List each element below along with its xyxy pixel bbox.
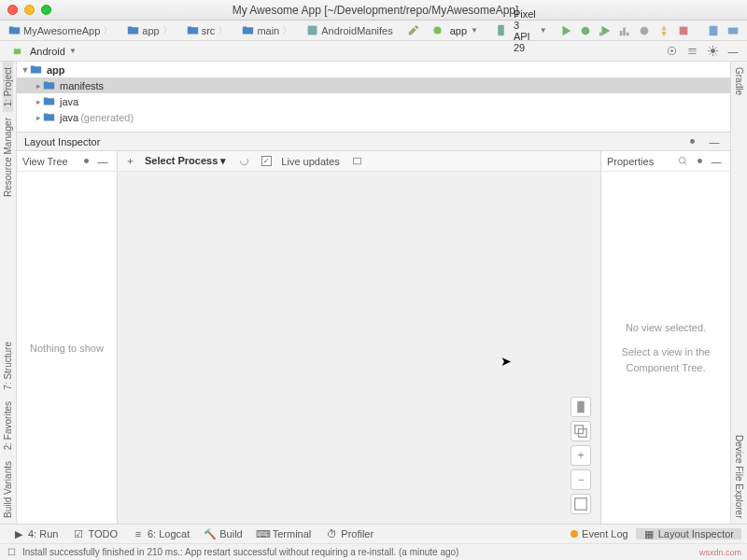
- pan-button[interactable]: [571, 397, 591, 417]
- svg-rect-7: [709, 25, 717, 35]
- apply-changes-icon[interactable]: [656, 23, 671, 38]
- tool-window-device-file-explorer[interactable]: Device File Explorer: [734, 429, 744, 524]
- svg-rect-8: [727, 27, 738, 34]
- logcat-icon: ≡: [133, 528, 144, 539]
- attach-debugger-button[interactable]: [637, 23, 652, 38]
- breadcrumb-label: app: [142, 25, 159, 36]
- tree-row[interactable]: ▸ java: [17, 93, 730, 109]
- folder-icon: [187, 24, 199, 36]
- right-tool-stripe: Gradle Device File Explorer: [730, 62, 747, 524]
- device-icon: [495, 24, 507, 36]
- properties-empty-line: No view selected.: [626, 320, 706, 336]
- breadcrumb-item[interactable]: main〉: [239, 23, 298, 37]
- tab-todo[interactable]: ☑TODO: [65, 528, 125, 539]
- left-tool-stripe: 1: Project Resource Manager 7: Structure…: [0, 62, 17, 524]
- run-config-dropdown[interactable]: app ▼: [426, 22, 484, 38]
- gear-icon[interactable]: [704, 43, 721, 60]
- coverage-button[interactable]: [598, 23, 613, 38]
- gear-icon[interactable]: [684, 133, 700, 150]
- search-icon[interactable]: [674, 153, 691, 170]
- zoom-fit-button[interactable]: [571, 494, 591, 514]
- gear-icon[interactable]: [691, 153, 708, 170]
- tab-layout-inspector[interactable]: ▦Layout Inspector: [636, 528, 741, 539]
- zoom-in-button[interactable]: +: [571, 445, 591, 466]
- tree-row-root[interactable]: ▼ app: [17, 62, 730, 77]
- tab-run[interactable]: ▶4: Run: [6, 528, 65, 539]
- run-config-label: app: [450, 25, 467, 36]
- profiler-button[interactable]: [617, 23, 632, 38]
- tree-label: java: [60, 96, 78, 107]
- tab-profiler[interactable]: ⏱Profiler: [318, 528, 381, 539]
- snapshot-icon[interactable]: [349, 153, 366, 170]
- tool-window-build-variants[interactable]: Build Variants: [3, 455, 13, 524]
- folder-icon: [242, 24, 254, 36]
- run-button[interactable]: [558, 23, 573, 38]
- tree-suffix: (generated): [80, 112, 134, 123]
- collapse-all-icon[interactable]: [684, 43, 700, 60]
- build-hammer-icon[interactable]: [407, 23, 420, 38]
- bottom-tool-tabs: ▶4: Run ☑TODO ≡6: Logcat 🔨Build ⌨Termina…: [0, 524, 747, 543]
- tab-build[interactable]: 🔨Build: [197, 528, 249, 539]
- layout-inspector-panel: Layout Inspector — View Tree — Nothing t…: [17, 133, 730, 524]
- refresh-icon[interactable]: [235, 153, 252, 170]
- breadcrumb-label: main: [257, 25, 279, 36]
- svg-point-5: [640, 26, 648, 35]
- folder-icon: [127, 24, 139, 36]
- folder-icon: [43, 95, 55, 107]
- mode-3d-button[interactable]: [571, 421, 591, 441]
- layout-inspector-icon: ▦: [643, 528, 655, 539]
- window-titlebar: My Awesome App [~/Development/repo/MyAwe…: [0, 0, 747, 21]
- svg-point-21: [679, 157, 685, 163]
- breadcrumb-item[interactable]: app〉: [124, 23, 177, 37]
- select-process-dropdown[interactable]: Select Process ▾: [145, 155, 226, 167]
- manifest-icon: [306, 24, 318, 36]
- tool-window-structure[interactable]: 7: Structure: [3, 336, 13, 396]
- tree-row[interactable]: ▸ java (generated): [17, 109, 730, 125]
- svg-point-1: [433, 26, 441, 34]
- add-process-icon[interactable]: ＋: [125, 154, 135, 168]
- stop-button[interactable]: [676, 23, 691, 38]
- avd-manager-icon[interactable]: [706, 23, 721, 38]
- debug-button[interactable]: [578, 23, 593, 38]
- properties-title: Properties: [607, 156, 654, 167]
- tool-window-favorites[interactable]: 2: Favorites: [3, 396, 13, 455]
- canvas-area[interactable]: ➤ + −: [118, 172, 600, 524]
- svg-point-23: [698, 159, 702, 163]
- device-dropdown[interactable]: Pixel 3 API 29 ▼: [489, 7, 553, 55]
- svg-line-22: [684, 162, 686, 164]
- android-icon: [11, 45, 23, 57]
- sdk-manager-icon[interactable]: [726, 23, 740, 38]
- tool-window-gradle[interactable]: Gradle: [734, 62, 744, 101]
- folder-icon: [43, 111, 55, 123]
- tab-event-log[interactable]: Event Log: [563, 528, 636, 539]
- inspector-canvas: ＋ Select Process ▾ ✓ Live updates ➤ +: [118, 151, 601, 524]
- hide-panel-icon[interactable]: —: [706, 133, 723, 150]
- zoom-out-button[interactable]: −: [571, 469, 591, 490]
- inspector-title: Layout Inspector: [24, 136, 100, 147]
- gear-icon[interactable]: [78, 153, 94, 170]
- breadcrumb-root[interactable]: MyAwesomeApp〉: [6, 23, 119, 37]
- live-updates-checkbox[interactable]: ✓: [261, 156, 272, 166]
- svg-rect-0: [308, 26, 317, 35]
- android-icon: [431, 24, 444, 36]
- tab-terminal[interactable]: ⌨Terminal: [250, 528, 319, 539]
- tool-window-project[interactable]: 1: Project: [3, 62, 13, 112]
- svg-rect-20: [575, 498, 587, 511]
- view-tree-header: View Tree —: [17, 151, 117, 172]
- breadcrumb-label: MyAwesomeApp: [23, 25, 100, 36]
- project-view-dropdown[interactable]: Android ▼: [6, 43, 82, 59]
- scroll-from-source-icon[interactable]: [663, 43, 680, 60]
- tab-logcat[interactable]: ≡6: Logcat: [125, 528, 197, 539]
- hide-panel-icon[interactable]: —: [725, 43, 741, 60]
- tree-row[interactable]: ▸ manifests: [17, 77, 730, 93]
- tool-window-resource-manager[interactable]: Resource Manager: [3, 112, 13, 203]
- breadcrumb-item[interactable]: src〉: [184, 23, 234, 37]
- folder-icon: [43, 79, 55, 91]
- project-tree[interactable]: ▼ app ▸ manifests ▸ java ▸ java (generat…: [17, 62, 730, 133]
- todo-icon: ☑: [73, 528, 84, 539]
- breadcrumb-item[interactable]: AndroidManifes: [303, 24, 395, 36]
- svg-rect-17: [354, 158, 361, 164]
- tree-label: java: [60, 112, 78, 123]
- hide-panel-icon[interactable]: —: [708, 153, 725, 170]
- hide-panel-icon[interactable]: —: [94, 153, 111, 170]
